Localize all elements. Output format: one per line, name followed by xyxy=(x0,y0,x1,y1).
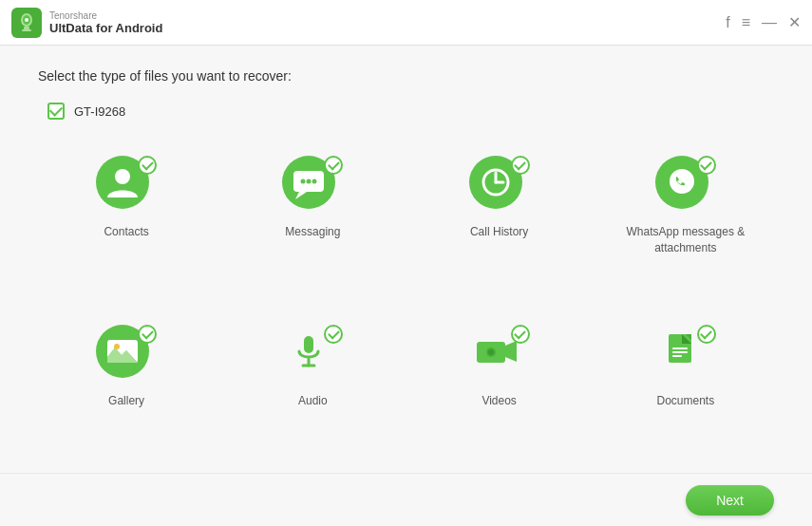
file-item-videos[interactable]: Videos xyxy=(411,315,588,450)
contacts-label: Contacts xyxy=(104,224,148,240)
file-item-documents[interactable]: Documents xyxy=(597,315,774,450)
svg-point-7 xyxy=(115,169,130,184)
gallery-label: Gallery xyxy=(108,393,144,409)
window-controls: f ≡ — ✕ xyxy=(726,15,801,30)
messaging-label: Messaging xyxy=(285,224,340,240)
device-row: GT-I9268 xyxy=(47,103,774,120)
svg-point-12 xyxy=(307,179,312,184)
audio-icon-wrapper xyxy=(282,325,343,385)
app-title-block: Tenorshare UltData for Android xyxy=(49,10,726,35)
videos-label: Videos xyxy=(482,393,516,409)
minimize-icon[interactable]: — xyxy=(762,15,777,30)
whatsapp-icon-wrapper xyxy=(655,156,716,216)
svg-point-13 xyxy=(312,179,317,184)
svg-point-23 xyxy=(114,344,120,349)
audio-label: Audio xyxy=(298,393,328,409)
close-icon[interactable]: ✕ xyxy=(788,15,801,30)
main-content: Select the type of files you want to rec… xyxy=(0,46,812,473)
audio-check xyxy=(324,325,343,344)
device-checkbox[interactable] xyxy=(47,103,65,120)
file-item-messaging[interactable]: Messaging xyxy=(224,146,401,296)
documents-check xyxy=(697,325,716,344)
file-item-call-history[interactable]: Call History xyxy=(411,146,588,296)
file-item-contacts[interactable]: Contacts xyxy=(38,146,215,296)
contacts-check xyxy=(138,156,157,175)
file-item-gallery[interactable]: Gallery xyxy=(38,315,215,450)
company-name: Tenorshare xyxy=(49,10,726,21)
svg-rect-4 xyxy=(24,27,29,29)
whatsapp-check xyxy=(697,156,716,175)
app-name: UltData for Android xyxy=(49,21,726,35)
svg-rect-5 xyxy=(22,29,31,31)
contacts-icon-wrapper xyxy=(96,156,157,216)
gallery-icon-wrapper xyxy=(96,325,157,385)
bottom-bar: Next xyxy=(0,473,812,526)
app-logo xyxy=(11,8,42,38)
call-history-check xyxy=(511,156,530,175)
call-history-label: Call History xyxy=(470,224,528,240)
svg-point-32 xyxy=(488,349,494,355)
menu-icon[interactable]: ≡ xyxy=(742,15,750,30)
messaging-check xyxy=(324,156,343,175)
svg-point-3 xyxy=(25,18,28,22)
videos-check xyxy=(511,325,530,344)
svg-marker-30 xyxy=(505,341,517,362)
svg-rect-25 xyxy=(304,336,313,353)
messaging-icon-wrapper xyxy=(282,156,343,216)
whatsapp-label: WhatsApp messages & attachments xyxy=(627,224,746,256)
videos-icon-wrapper xyxy=(469,325,530,385)
file-item-audio[interactable]: Audio xyxy=(224,315,401,450)
page-title: Select the type of files you want to rec… xyxy=(38,68,774,84)
documents-icon-wrapper xyxy=(655,325,716,385)
titlebar: Tenorshare UltData for Android f ≡ — ✕ xyxy=(0,0,812,46)
svg-point-11 xyxy=(301,179,306,184)
svg-point-19 xyxy=(670,169,694,194)
file-item-whatsapp[interactable]: WhatsApp messages & attachments xyxy=(597,146,774,296)
file-type-grid: Contacts Messaging xyxy=(38,146,774,450)
next-button[interactable]: Next xyxy=(686,485,774,516)
call-history-icon-wrapper xyxy=(469,156,530,216)
documents-label: Documents xyxy=(657,393,715,409)
device-name: GT-I9268 xyxy=(74,104,125,119)
facebook-icon[interactable]: f xyxy=(726,15,729,30)
gallery-check xyxy=(138,325,157,344)
